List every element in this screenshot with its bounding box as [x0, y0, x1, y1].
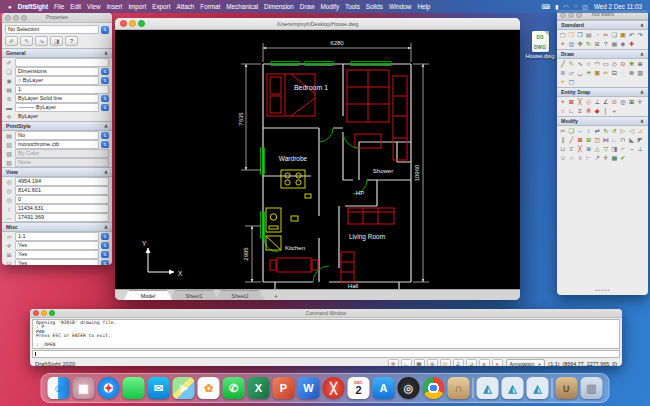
tool-icon[interactable]: ⊿: [636, 127, 644, 135]
property-value[interactable]: No: [15, 131, 99, 140]
tool-icon[interactable]: ⌖: [559, 40, 567, 48]
dark-circle-app-icon[interactable]: ◎: [398, 377, 420, 399]
tool-icon[interactable]: ⇄: [593, 127, 601, 135]
safari-app-icon[interactable]: ✦: [98, 377, 120, 399]
appstore-app-icon[interactable]: A: [373, 377, 395, 399]
tool-icon[interactable]: ⊞: [593, 40, 601, 48]
tool-icon[interactable]: ✔: [619, 154, 627, 162]
tool-icon[interactable]: ↺: [611, 127, 619, 135]
status-icon[interactable]: ⌨: [541, 3, 550, 10]
menu-bar-clock[interactable]: Wed 2 Dec 11:03: [594, 3, 642, 10]
toolbar-section-entity-snap[interactable]: Entity Snap ∧: [557, 87, 648, 97]
property-value[interactable]: Dimensions: [15, 67, 99, 76]
tool-icon[interactable]: ▢: [559, 31, 567, 39]
tool-icon[interactable]: ∟: [611, 136, 619, 144]
property-value[interactable]: Yes: [15, 250, 99, 259]
tool-icon[interactable]: ↷: [636, 31, 644, 39]
tool-icon[interactable]: ⌖: [559, 98, 567, 106]
tool-icon[interactable]: ⊔: [559, 145, 567, 153]
tool-icon[interactable]: ◁: [628, 127, 636, 135]
section-header-general[interactable]: General ∧: [2, 48, 112, 58]
tool-icon[interactable]: ▱: [568, 69, 576, 77]
collapse-icon[interactable]: ∧: [104, 50, 108, 56]
draftsight-app-icon[interactable]: ◭: [477, 377, 499, 399]
tool-icon[interactable]: ○: [559, 107, 567, 115]
trash-icon[interactable]: ▥: [581, 377, 603, 399]
status-tool-icon[interactable]: ∠: [453, 359, 464, 367]
tool-icon[interactable]: ◔: [593, 31, 601, 39]
collapse-icon[interactable]: ∧: [640, 51, 644, 57]
tool-icon[interactable]: ◆: [593, 107, 601, 115]
messages-app-icon[interactable]: [123, 377, 145, 399]
dock-separator[interactable]: [552, 378, 553, 398]
menu-item[interactable]: Edit: [70, 3, 81, 10]
property-value[interactable]: 8141.601: [15, 186, 109, 195]
collapse-icon[interactable]: ∧: [640, 89, 644, 95]
status-tool-icon[interactable]: ⌖: [492, 359, 503, 367]
tool-icon[interactable]: ◎: [568, 40, 576, 48]
tool-icon[interactable]: ⊥: [636, 145, 644, 153]
tool-icon[interactable]: ↔: [576, 127, 584, 135]
tool-icon[interactable]: ⊚: [628, 69, 636, 77]
sheet-tab[interactable]: Sheet1: [169, 290, 219, 300]
tool-icon[interactable]: ╱: [568, 136, 576, 144]
status-tool-icon[interactable]: ▦: [414, 359, 425, 367]
tool-icon[interactable]: ◡: [576, 69, 584, 77]
tool-icon[interactable]: ◠: [593, 60, 601, 68]
tool-icon[interactable]: ⊥: [593, 98, 601, 106]
menu-item[interactable]: File: [54, 3, 64, 10]
desktop-file-house-dwg[interactable]: DS DWG House.dwg: [520, 31, 560, 59]
tool-icon[interactable]: ⋈: [602, 136, 610, 144]
tool-icon[interactable]: ⌐: [619, 145, 627, 153]
property-value[interactable]: ByLayer: [15, 112, 109, 121]
tool-icon[interactable]: ▩: [636, 69, 644, 77]
tool-icon[interactable]: ◌: [619, 69, 627, 77]
status-tool-icon[interactable]: ◎: [440, 359, 451, 367]
downloads-bag-icon[interactable]: ∪: [556, 377, 578, 399]
tool-icon[interactable]: ▤: [585, 31, 593, 39]
sheet-tab[interactable]: Model: [123, 290, 173, 300]
property-value[interactable]: 4954.194: [15, 177, 109, 186]
menu-item[interactable]: Dimension: [264, 3, 294, 10]
status-tool-icon[interactable]: ≡: [479, 359, 490, 367]
app-menu-draftsight[interactable]: DraftSight: [18, 3, 48, 10]
dropdown-button[interactable]: ⇅: [101, 132, 109, 139]
status-tool-icon[interactable]: ⊕: [427, 359, 438, 367]
tool-icon[interactable]: △: [593, 145, 601, 153]
property-value[interactable]: [15, 58, 109, 67]
facetime-app-icon[interactable]: ✆: [223, 377, 245, 399]
status-icon[interactable]: ◌: [574, 3, 578, 10]
launchpad-app-icon[interactable]: ▦: [73, 377, 95, 399]
property-value[interactable]: ByLayer Solid line: [15, 94, 99, 103]
tool-icon[interactable]: ❏: [611, 31, 619, 39]
status-tool-icon[interactable]: ✛: [388, 359, 399, 367]
menu-item[interactable]: Modify: [321, 3, 340, 10]
excel-app-icon[interactable]: X: [248, 377, 270, 399]
tool-icon[interactable]: ✏: [602, 69, 610, 77]
tool-icon[interactable]: ╳: [576, 145, 584, 153]
tool-icon[interactable]: ⊕: [636, 60, 644, 68]
property-value[interactable]: 1:1: [15, 232, 99, 241]
photos-app-icon[interactable]: ✿: [198, 377, 220, 399]
properties-tool-button[interactable]: ✐: [5, 36, 18, 46]
property-value[interactable]: Yes: [15, 259, 99, 265]
tool-icon[interactable]: ▽: [602, 145, 610, 153]
collapse-icon[interactable]: ∧: [104, 123, 108, 129]
status-icon[interactable]: ▮: [555, 3, 558, 10]
menu-item[interactable]: Insert: [107, 3, 123, 10]
tool-icon[interactable]: ✳: [585, 69, 593, 77]
maps-app-icon[interactable]: ➤: [173, 377, 195, 399]
tool-icon[interactable]: ∟: [568, 107, 576, 115]
tool-icon[interactable]: ↕: [585, 127, 593, 135]
property-value[interactable]: 17491.369: [15, 213, 109, 222]
powerpoint-app-icon[interactable]: P: [273, 377, 295, 399]
menu-item[interactable]: View: [87, 3, 101, 10]
sheet-tab[interactable]: Sheet2: [215, 290, 265, 300]
tool-icon[interactable]: ○: [585, 60, 593, 68]
tool-icon[interactable]: ∩: [568, 154, 576, 162]
word-app-icon[interactable]: W: [298, 377, 320, 399]
tool-icon[interactable]: ¬: [628, 145, 636, 153]
draftsight-app-icon[interactable]: ◭: [502, 377, 524, 399]
property-value[interactable]: 11434.631: [15, 204, 109, 213]
tool-icon[interactable]: ※: [585, 107, 593, 115]
